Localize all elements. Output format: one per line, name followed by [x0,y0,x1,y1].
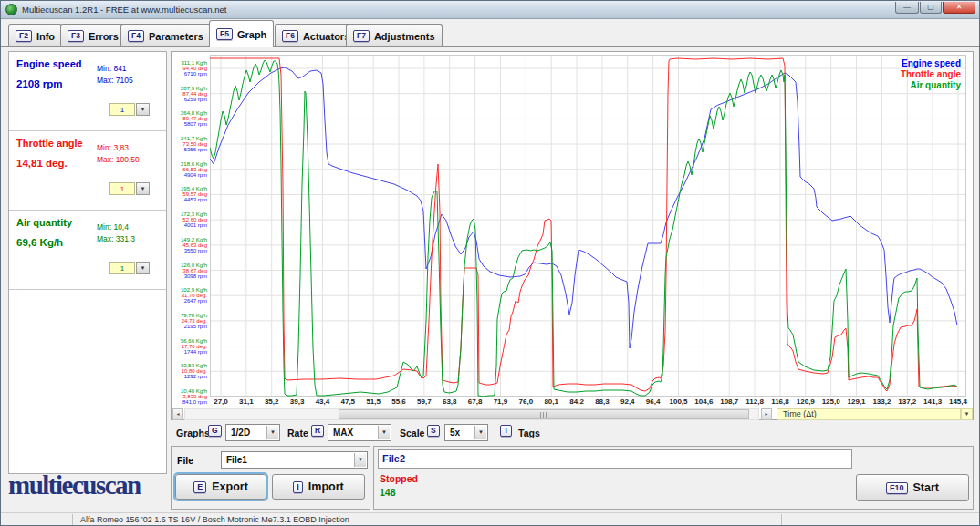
tab-strip: F2InfoF3ErrorsF4ParametersF5GraphF6Actua… [1,19,979,47]
file-panel-right: File2 Stopped 148 F10 Start [373,446,974,510]
param-value: 2108 rpm [16,78,63,89]
tab-actuators[interactable]: F6Actuators [275,24,357,47]
rate-key-badge[interactable]: R [311,425,324,437]
graph-panel: 311,1 Kg/h94,40 deg6710 rpm287,9 Kg/h87,… [171,51,974,420]
chevron-down-icon[interactable]: ▼ [136,182,150,195]
x-axis-mode-select[interactable]: Time (Δt) [777,408,961,420]
plot-area: Engine speedThrottle angleAir quantity [210,55,966,397]
app-icon [5,4,17,15]
scrollbar-thumb[interactable] [339,409,749,419]
param-min: Min: 841 [97,64,127,73]
y-tick-label: 79,78 Kg/h24,73 deg.2195 rpm [181,313,207,329]
scale-select[interactable]: 5x▼ [444,424,488,441]
chevron-down-icon[interactable]: ▼ [136,103,150,116]
graphs-mode-select[interactable]: 1/2D▼ [225,424,280,441]
tags-label: Tags [518,428,540,438]
file-panel-left: File File1▼ E Export I Import [171,446,370,510]
import-key-badge: I [293,481,303,493]
y-tick-label: 218,6 Kg/h66,53 deg4904 rpm [181,161,207,178]
tab-graph[interactable]: F5Graph [209,20,274,47]
minimize-button[interactable]: — [895,2,919,14]
param-max: Max: 100,50 [97,155,140,164]
rate-select[interactable]: MAX▼ [328,424,391,441]
window-title: Multiecuscan 1.2R1 - FREE at www.multiec… [22,5,226,15]
tab-key-badge: F7 [353,30,370,42]
chevron-down-icon[interactable]: ▼ [961,408,973,420]
param-box-throttle-angle: Throttle angle14,81 deg.Min: 3,83Max: 10… [9,131,166,211]
y-tick-label: 126,0 Kg/h38,67 deg3098 rpm [181,263,207,279]
export-button[interactable]: E Export [175,474,266,500]
status-bar: Alfa Romeo 156 '02 1.6 TS 16V / Bosch Mo… [1,512,980,526]
y-tick-label: 56,66 Kg/h17,76 deg.1744 rpm [181,338,207,355]
tab-key-badge: F6 [282,30,298,42]
param-scale-select[interactable]: 1 [109,262,135,274]
series-throttle-angle [210,58,957,391]
chevron-down-icon: ▼ [354,453,366,467]
series-engine-speed [210,67,957,348]
param-value: 69,6 Kg/h [16,237,63,248]
graphs-label: Graphs [176,428,210,438]
tab-errors[interactable]: F3Errors [60,24,126,47]
chevron-down-icon[interactable]: ▼ [136,262,150,274]
scale-key-badge[interactable]: S [427,425,440,437]
rate-label: Rate [287,428,308,438]
scroll-right-icon[interactable]: ▸ [761,408,772,420]
legend-item: Throttle angle [901,69,961,80]
parameter-panel: Engine speed2108 rpmMin: 841Max: 71051▼T… [8,51,167,474]
scrollbar-track[interactable] [184,408,759,420]
tags-key-badge[interactable]: T [500,425,512,437]
x-axis-labels: 27,031,135,239,343,447,551,555,659,763,8… [210,397,966,408]
chart-canvas [210,55,966,397]
y-tick-label: 102,9 Kg/h31,70 deg.2647 rpm [181,287,207,304]
scrollbar-grip-icon [540,412,548,418]
app-window: Multiecuscan 1.2R1 - FREE at www.multiec… [0,0,980,526]
chevron-down-icon: ▼ [266,426,278,439]
param-scale-select[interactable]: 1 [109,182,135,195]
y-tick-label: 241,7 Kg/h73,50 deg5356 rpm [181,136,207,152]
file-select[interactable]: File1▼ [221,451,368,469]
param-scale-select[interactable]: 1 [109,103,135,116]
chevron-down-icon: ▼ [378,426,390,439]
sample-count: 148 [380,487,396,498]
param-name: Air quantity [16,217,72,228]
graphs-key-badge[interactable]: G [208,425,222,437]
horizontal-scrollbar: ◂ ▸ Time (Δt) ▼ [172,408,973,420]
tab-info[interactable]: F2Info [8,24,62,47]
y-tick-label: 264,8 Kg/h80,47 deg5807 rpm [181,110,207,127]
close-button[interactable]: ✕ [943,2,975,14]
param-min: Min: 3,83 [97,143,129,152]
y-axis-labels: 311,1 Kg/h94,40 deg6710 rpm287,9 Kg/h87,… [172,55,209,397]
start-key-badge: F10 [886,482,908,494]
legend-item: Air quantity [901,80,961,91]
param-box-engine-speed: Engine speed2108 rpmMin: 841Max: 71051▼ [9,52,166,131]
maximize-button[interactable]: ▢ [920,2,942,14]
vehicle-info: Alfa Romeo 156 '02 1.6 TS 16V / Bosch Mo… [72,514,782,526]
start-button[interactable]: F10 Start [856,474,969,501]
param-max: Max: 7105 [97,76,133,85]
status-text: Stopped [380,473,418,484]
param-name: Engine speed [16,58,82,69]
scale-label: Scale [400,428,424,438]
tab-key-badge: F4 [128,30,144,42]
tab-adjustments[interactable]: F7Adjustments [346,24,443,47]
y-tick-label: 311,1 Kg/h94,40 deg6710 rpm [181,60,207,77]
tab-key-badge: F5 [216,28,233,40]
param-value: 14,81 deg. [16,158,68,169]
tab-key-badge: F2 [16,30,32,42]
y-tick-label: 195,4 Kg/h59,57 deg4453 rpm [181,186,207,202]
tab-key-badge: F3 [68,30,84,42]
y-tick-label: 172,3 Kg/h52,60 deg4001 rpm [181,211,207,228]
param-min: Min: 10,4 [97,222,129,232]
file2-input[interactable]: File2 [378,449,852,469]
import-button[interactable]: I Import [272,474,365,500]
param-name: Throttle angle [16,138,83,149]
file-label: File [177,455,193,466]
x-tick-label: 145,4 [940,397,976,406]
tab-parameters[interactable]: F4Parameters [120,24,211,47]
y-tick-label: 287,9 Kg/h87,44 deg6259 rpm [181,86,207,102]
title-bar: Multiecuscan 1.2R1 - FREE at www.multiec… [1,1,979,19]
y-tick-label: 33,53 Kg/h10,80 deg.1292 rpm [181,363,207,379]
scroll-left-icon[interactable]: ◂ [172,408,183,420]
app-logo: multiecuscan [8,470,171,500]
export-key-badge: E [193,481,206,493]
